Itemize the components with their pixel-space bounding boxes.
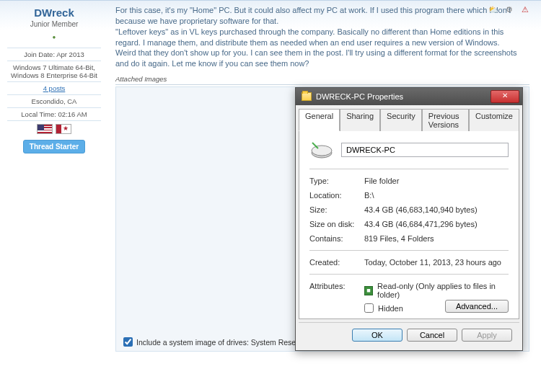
user-os: Windows 7 Ultimate 64-Bit, Windows 8 Ent… <box>7 61 101 81</box>
flag-us-icon <box>37 124 53 134</box>
dialog-body: Type:File folder Location:B:\ Size:43.4 … <box>299 130 519 319</box>
readonly-label: Read-only (Only applies to files in fold… <box>377 282 509 299</box>
sizeondisk-label: Size on disk: <box>309 220 364 228</box>
user-name[interactable]: DWreck <box>7 6 101 19</box>
weather-icon[interactable]: ⛅ <box>488 4 499 15</box>
dialog-tabs: General Sharing Security Previous Versio… <box>296 105 522 130</box>
contains-label: Contains: <box>309 234 364 243</box>
dialog-footer: OK Cancel Apply <box>299 322 519 347</box>
hidden-label: Hidden <box>378 304 403 313</box>
size-label: Size: <box>309 205 364 214</box>
properties-dialog: DWRECK-PC Properties ✕ General Sharing S… <box>295 87 523 351</box>
gear-icon[interactable]: ⚙ <box>503 4 515 15</box>
svg-point-1 <box>312 146 332 156</box>
posts-link[interactable]: 4 posts <box>43 84 66 92</box>
user-localtime: Local Time: 02:16 AM <box>7 107 101 120</box>
user-posts: 4 posts <box>7 81 101 94</box>
attached-images-label: Attached Images <box>115 75 529 85</box>
created-label: Created: <box>309 258 364 267</box>
ok-button[interactable]: OK <box>352 329 403 342</box>
join-value: Apr 2013 <box>56 50 84 58</box>
tab-sharing[interactable]: Sharing <box>340 109 380 131</box>
user-flags <box>7 120 101 137</box>
attributes-label: Attributes: <box>309 282 364 290</box>
apply-button[interactable]: Apply <box>462 329 512 342</box>
tab-security[interactable]: Security <box>380 109 422 131</box>
post-body: For this case, it's my "Home" PC. But it… <box>115 5 519 69</box>
created-value: Today, October 11, 2013, 23 hours ago <box>364 258 509 267</box>
contains-value: 819 Files, 4 Folders <box>364 234 509 243</box>
advanced-button[interactable]: Advanced... <box>445 300 509 313</box>
dialog-title: DWRECK-PC Properties <box>316 92 403 101</box>
tab-customize[interactable]: Customize <box>469 109 519 131</box>
include-checkbox[interactable] <box>123 337 133 347</box>
flag-ca-icon <box>56 124 71 134</box>
forum-post: DWreck Junior Member ● Join Date: Apr 20… <box>0 0 541 392</box>
tab-general[interactable]: General <box>299 109 340 131</box>
hidden-checkbox[interactable] <box>364 303 374 313</box>
thread-starter-badge: Thread Starter <box>23 140 85 153</box>
drive-name-input[interactable] <box>341 143 509 157</box>
localtime-label: Local Time: <box>21 110 56 118</box>
warning-icon[interactable]: ⚠ <box>519 4 531 15</box>
tab-previous-versions[interactable]: Previous Versions <box>422 109 469 131</box>
post-p1: For this case, it's my "Home" PC. But it… <box>115 6 511 25</box>
location-value: B:\ <box>364 191 509 200</box>
size-value: 43.4 GB (46,683,140,940 bytes) <box>364 205 509 214</box>
post-p3: Weird that they don't show up for you. I… <box>115 48 517 68</box>
dialog-titlebar[interactable]: DWRECK-PC Properties ✕ <box>296 88 522 105</box>
cancel-button[interactable]: Cancel <box>407 329 457 342</box>
type-label: Type: <box>309 177 364 185</box>
user-join-date: Join Date: Apr 2013 <box>7 48 101 61</box>
user-location: Escondido, CA <box>7 94 101 107</box>
join-label: Join Date: <box>24 50 55 58</box>
sizeondisk-value: 43.4 GB (46,684,471,296 bytes) <box>364 220 509 228</box>
attached-image-area: Include a system image of drives: System… <box>115 86 529 352</box>
post-p2: "Leftover keys" as in VL keys purchased … <box>115 27 503 47</box>
type-value: File folder <box>364 177 509 185</box>
user-role: Junior Member <box>7 20 101 28</box>
folder-icon <box>302 92 312 101</box>
online-indicator-icon: ● <box>7 34 101 40</box>
location-label: Location: <box>309 191 364 200</box>
post-content: ⛅ ⚙ ⚠ For this case, it's my "Home" PC. … <box>108 1 541 392</box>
close-button[interactable]: ✕ <box>491 90 519 103</box>
post-actions: ⛅ ⚙ ⚠ <box>488 4 531 15</box>
user-sidebar: DWreck Junior Member ● Join Date: Apr 20… <box>0 1 108 392</box>
readonly-checkbox[interactable]: ■ <box>364 286 373 295</box>
localtime-value: 02:16 AM <box>58 110 87 118</box>
drive-icon <box>309 140 334 160</box>
